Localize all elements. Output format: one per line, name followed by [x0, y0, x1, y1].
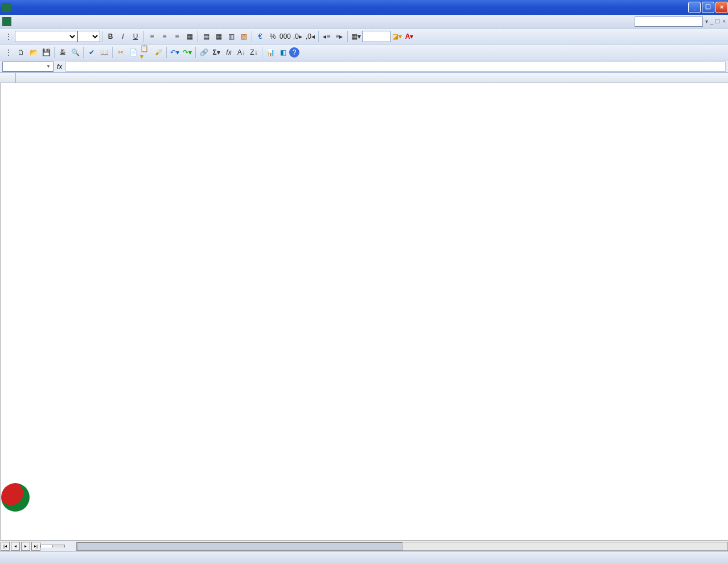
italic-button[interactable]: I	[117, 30, 129, 43]
align-right-button[interactable]: ≡	[171, 30, 183, 43]
undo-button[interactable]: ↶▾	[168, 46, 181, 59]
increase-decimal-button[interactable]: ,0▸	[291, 30, 304, 43]
doc-restore-button[interactable]: _ ☐	[710, 18, 720, 24]
excel-icon	[2, 3, 11, 12]
maximize-button[interactable]: ☐	[702, 2, 714, 13]
sheet-tab-wyniki[interactable]	[40, 545, 53, 547]
sort-asc-button[interactable]: A↓	[235, 46, 248, 59]
merge-cells-button[interactable]: ▦	[183, 30, 196, 43]
doc-close-button[interactable]: ×	[722, 18, 726, 24]
percent-button[interactable]: %	[266, 30, 279, 43]
align-left-button[interactable]: ≡	[146, 30, 158, 43]
toolbar-handle-icon[interactable]: ⋮	[2, 30, 15, 43]
copy-button[interactable]: 📄	[127, 46, 139, 59]
underline-button[interactable]: U	[129, 30, 142, 43]
borders-button[interactable]: ▦	[212, 30, 225, 43]
formula-input[interactable]	[65, 62, 726, 72]
horizontal-scrollbar[interactable]	[76, 542, 728, 551]
font-color-button[interactable]: A▾	[403, 30, 416, 43]
fx-icon[interactable]: fx	[57, 63, 62, 71]
currency-button[interactable]: €	[254, 30, 266, 43]
print-preview-button[interactable]: 🔍	[69, 46, 81, 59]
drawing-button[interactable]: ◧	[277, 46, 289, 59]
hyperlink-button[interactable]: 🔗	[198, 46, 210, 59]
paste-button[interactable]: 📋▾	[139, 46, 152, 59]
autosum-button[interactable]: Σ▾	[210, 46, 223, 59]
spreadsheet-grid	[0, 73, 728, 540]
standard-toolbar: ⋮ 🗋 📂 💾 🖶 🔍 ✔ 📖 ✂ 📄 📋▾ 🖌 ↶▾ ↷▾ 🔗 Σ▾ fx A…	[0, 44, 728, 60]
formula-bar: ▼ fx	[0, 60, 728, 73]
help-search-input[interactable]	[635, 17, 703, 27]
sheet-tabs-bar: |◂ ◂ ▸ ▸|	[0, 540, 728, 551]
tab-first-button[interactable]: |◂	[1, 542, 10, 551]
sheet-tab-wpisuj[interactable]	[52, 545, 65, 547]
increase-indent-button[interactable]: ≡▸	[333, 30, 346, 43]
minimize-button[interactable]: _	[688, 2, 701, 13]
tab-prev-button[interactable]: ◂	[11, 542, 20, 551]
title-bar: _ ☐ ×	[0, 0, 728, 15]
autofilter-button[interactable]: ▥	[225, 30, 237, 43]
app-icon[interactable]	[2, 17, 11, 26]
status-bar	[0, 551, 728, 564]
font-name-select[interactable]	[15, 31, 77, 42]
font-size-select[interactable]	[77, 31, 100, 42]
cells-format-button[interactable]: ▤	[200, 30, 212, 43]
decrease-decimal-button[interactable]: ,0◂	[304, 30, 316, 43]
help-button[interactable]: ?	[289, 47, 299, 58]
fill-color-button[interactable]: ◪▾	[390, 30, 403, 43]
doc-minimize-button[interactable]: ▾	[705, 18, 708, 24]
function-button[interactable]: fx	[223, 46, 235, 59]
name-box[interactable]: ▼	[2, 62, 54, 72]
chart-wizard-button[interactable]: 📊	[264, 46, 277, 59]
decrease-indent-button[interactable]: ◂≡	[320, 30, 333, 43]
align-center-button[interactable]: ≡	[158, 30, 171, 43]
save-button[interactable]: 💾	[40, 46, 52, 59]
open-button[interactable]: 📂	[27, 46, 40, 59]
formatting-toolbar: ⋮ B I U ≡ ≡ ≡ ▦ ▤ ▦ ▥ ▧ € % 000 ,0▸ ,0◂ …	[0, 28, 728, 44]
tab-next-button[interactable]: ▸	[21, 542, 30, 551]
menu-bar: ▾ _ ☐ ×	[0, 15, 728, 28]
freeze-panes-button[interactable]: ▧	[237, 30, 250, 43]
zoom-select[interactable]	[362, 31, 390, 42]
bold-button[interactable]: B	[104, 30, 117, 43]
format-painter-button[interactable]: 🖌	[152, 46, 164, 59]
close-button[interactable]: ×	[715, 2, 728, 13]
comma-style-button[interactable]: 000	[279, 30, 291, 43]
logo-overlay	[1, 483, 30, 512]
toolbar-handle-icon[interactable]: ⋮	[2, 46, 15, 59]
sort-desc-button[interactable]: Z↓	[248, 46, 260, 59]
print-button[interactable]: 🖶	[56, 46, 69, 59]
cells-area[interactable]	[1, 83, 728, 540]
new-button[interactable]: 🗋	[15, 46, 27, 59]
cut-button[interactable]: ✂	[114, 46, 127, 59]
spelling-button[interactable]: ✔	[85, 46, 98, 59]
redo-button[interactable]: ↷▾	[181, 46, 194, 59]
column-headers[interactable]	[0, 73, 728, 83]
tab-last-button[interactable]: ▸|	[31, 542, 40, 551]
select-all-corner[interactable]	[0, 73, 16, 83]
chevron-down-icon[interactable]: ▼	[46, 64, 51, 69]
border-dropdown-button[interactable]: ▦▾	[349, 30, 362, 43]
research-button[interactable]: 📖	[98, 46, 110, 59]
